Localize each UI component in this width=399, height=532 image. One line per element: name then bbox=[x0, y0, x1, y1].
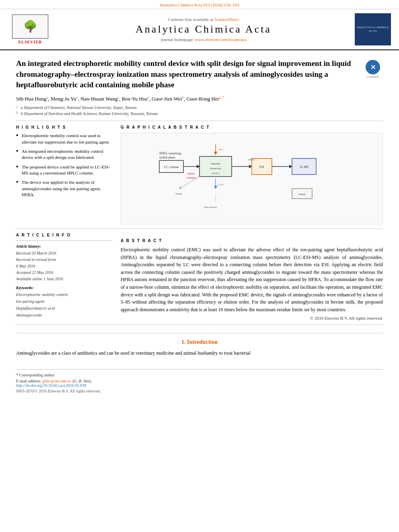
tree-icon: 🌳 bbox=[23, 21, 37, 32]
journal-thumbnail: ANALYTICA CHIMICA ACTA bbox=[355, 13, 391, 45]
svg-text:Waste: Waste bbox=[175, 192, 182, 195]
article-dates: Received 20 March 2016 Received in revis… bbox=[16, 250, 113, 282]
svg-text:GND: GND bbox=[218, 183, 224, 186]
email-line: E-mail address: grher@ntu.edu.tw (G.-R. … bbox=[16, 379, 383, 383]
article-title-area: An integrated electrophoretic mobility c… bbox=[16, 58, 383, 90]
keywords-list: Electrophoretic mobility control Ion pai… bbox=[16, 291, 113, 318]
main-content: An integrated electrophoretic mobility c… bbox=[0, 50, 399, 405]
keywords-label: Keywords: bbox=[16, 286, 113, 290]
svg-text:To MS: To MS bbox=[300, 165, 309, 169]
affiliations: a a Department of Chemistry, National Ta… bbox=[16, 105, 383, 117]
svg-text:Split design: Split design bbox=[204, 205, 217, 209]
article-history: Article history: Received 20 March 2016 … bbox=[16, 240, 113, 282]
journal-ref-text: Analytica Chimica Acta 933 (2016) 156–16… bbox=[160, 2, 239, 7]
crossmark-badge[interactable]: ✕ CrossMark bbox=[363, 60, 383, 78]
crossmark-label: CrossMark bbox=[366, 75, 379, 78]
article-info-heading: A R T I C L E I N F O bbox=[16, 233, 113, 237]
authors-line: Sih-Hua Hunga, Meng-Ju Yua, Nan-Hsuan Wa… bbox=[16, 95, 383, 102]
elsevier-wordmark: ELSEVIER bbox=[19, 40, 42, 44]
svg-text:remains: remains bbox=[187, 176, 195, 179]
svg-text:AMG→: AMG→ bbox=[248, 158, 257, 161]
elsevier-logo: 🌳 ELSEVIER bbox=[8, 14, 52, 44]
homepage-url[interactable]: www.elsevier.com/locate/aca bbox=[195, 37, 246, 42]
copyright-line: © 2016 Elsevier B.V. All rights reserved… bbox=[121, 316, 383, 320]
corresponding-note: * Corresponding author. bbox=[16, 373, 383, 377]
affiliation-b: b b Department of Nutrition and Health S… bbox=[16, 111, 383, 117]
svg-text:LC column: LC column bbox=[164, 165, 179, 169]
article-info-column: A R T I C L E I N F O Article history: R… bbox=[16, 233, 113, 320]
issn-line: 0003-2670/© 2016 Elsevier B.V. All right… bbox=[16, 389, 383, 393]
doi-line: http://dx.doi.org/10.1016/j.aca.2016.05.… bbox=[16, 383, 383, 388]
svg-text:HFBA: HFBA bbox=[187, 172, 195, 175]
graphical-abstract-column: G R A P H I C A L A B S T R A C T LC col… bbox=[121, 125, 383, 224]
info-abstract-row: A R T I C L E I N F O Article history: R… bbox=[16, 233, 383, 320]
science-direct-link[interactable]: ScienceDirect bbox=[214, 17, 239, 22]
science-direct-notice: Contents lists available at ScienceDirec… bbox=[52, 17, 355, 22]
section-divider-3 bbox=[16, 325, 383, 325]
logo-tree-box: 🌳 bbox=[12, 14, 48, 39]
highlights-graphical-row: H I G H L I G H T S Electrophoretic mobi… bbox=[16, 125, 383, 224]
homepage-link-line: journal homepage: www.elsevier.com/locat… bbox=[52, 37, 355, 42]
article-history-label: Article history: bbox=[16, 244, 113, 249]
affiliation-a: a a Department of Chemistry, National Ta… bbox=[16, 105, 383, 111]
graphical-abstract-box: LC column Junction Reservoir (AMC) ESI bbox=[121, 133, 383, 224]
svg-text:ESI: ESI bbox=[259, 165, 264, 169]
svg-text:+HV: +HV bbox=[218, 148, 223, 151]
introduction-section: 1. Introduction Aminoglycosides are a cl… bbox=[16, 333, 383, 357]
keywords-section: Keywords: Electrophoretic mobility contr… bbox=[16, 286, 113, 318]
article-title: An integrated electrophoretic mobility c… bbox=[16, 58, 354, 90]
graphical-abstract-diagram: LC column Junction Reservoir (AMC) ESI bbox=[155, 136, 348, 221]
abstract-text: Electrophoretic mobility control (EMC) w… bbox=[121, 246, 383, 313]
highlight-item-4: The device was applied to the analysis o… bbox=[16, 179, 113, 198]
journal-title: Analytica Chimica Acta bbox=[52, 23, 355, 35]
svg-text:Pump: Pump bbox=[299, 193, 306, 196]
introduction-text: Aminoglycosides are a class of antibioti… bbox=[16, 349, 383, 357]
highlight-item-3: The proposed device could be applied to … bbox=[16, 164, 113, 177]
highlight-item-2: An integrated electrophoretic mobility c… bbox=[16, 148, 113, 161]
journal-header: 🌳 ELSEVIER Contents lists available at S… bbox=[0, 9, 399, 50]
highlights-heading: H I G H L I G H T S bbox=[16, 125, 113, 129]
svg-text:Junction: Junction bbox=[211, 162, 220, 165]
doi-link[interactable]: http://dx.doi.org/10.1016/j.aca.2016.05.… bbox=[16, 383, 86, 388]
footer-notes: * Corresponding author. E-mail address: … bbox=[16, 369, 383, 393]
journal-reference-bar: Analytica Chimica Acta 933 (2016) 156–16… bbox=[0, 0, 399, 9]
email-link[interactable]: grher@ntu.edu.tw bbox=[42, 379, 72, 383]
highlight-item-1: Electrophoretic mobility control was use… bbox=[16, 133, 113, 145]
crossmark-icon: ✕ bbox=[366, 60, 380, 74]
svg-text:HFBA-containing: HFBA-containing bbox=[159, 152, 181, 155]
abstract-column: A B S T R A C T Electrophoretic mobility… bbox=[121, 238, 383, 320]
highlights-list: Electrophoretic mobility control was use… bbox=[16, 133, 113, 198]
section-divider-2 bbox=[16, 228, 383, 229]
abstract-heading: A B S T R A C T bbox=[121, 238, 383, 243]
introduction-heading: 1. Introduction bbox=[16, 339, 383, 345]
highlights-column: H I G H L I G H T S Electrophoretic mobi… bbox=[16, 125, 113, 224]
graphical-abstract-heading: G R A P H I C A L A B S T R A C T bbox=[121, 125, 383, 129]
svg-text:Reservoir: Reservoir bbox=[210, 167, 221, 170]
svg-text:(AMC): (AMC) bbox=[212, 172, 220, 175]
journal-center-info: Contents lists available at ScienceDirec… bbox=[52, 17, 355, 42]
section-divider bbox=[16, 121, 383, 121]
svg-text:mobile phase: mobile phase bbox=[159, 156, 175, 159]
